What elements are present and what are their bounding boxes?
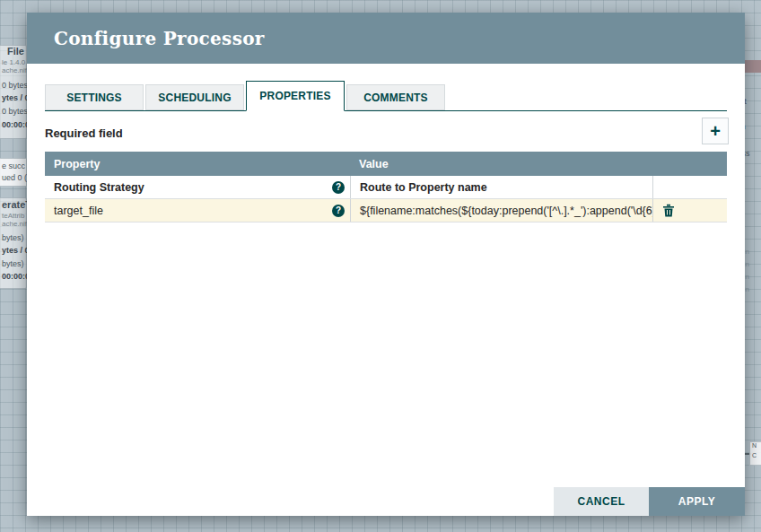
- table-row: target_file ? ${filename:matches(${today…: [45, 199, 727, 222]
- bg-canvas-fragment: bytes): [2, 233, 24, 242]
- property-name: target_file: [54, 205, 332, 217]
- bg-canvas-fragment: N: [752, 442, 757, 449]
- column-header-property: Property: [45, 158, 350, 170]
- tab-settings[interactable]: SETTINGS: [45, 84, 144, 110]
- property-value[interactable]: ${filename:matches(${today:prepend('[^\.…: [350, 199, 652, 222]
- property-name: Routing Strategy: [54, 181, 332, 194]
- column-header-value: Value: [350, 158, 652, 170]
- bg-canvas-fragment: 00:00:0: [2, 120, 30, 129]
- apply-button[interactable]: APPLY: [649, 487, 745, 516]
- properties-table: Property Value Routing Strategy ? Route …: [45, 152, 727, 222]
- property-value[interactable]: Route to Property name: [350, 176, 652, 198]
- bg-canvas-fragment: e succ: [2, 161, 25, 170]
- cancel-button[interactable]: CANCEL: [554, 487, 649, 516]
- tab-properties[interactable]: PROPERTIES: [246, 81, 345, 111]
- bg-canvas-fragment: ytes / 0: [2, 246, 30, 255]
- table-row: Routing Strategy ? Route to Property nam…: [45, 176, 727, 199]
- tab-comments[interactable]: COMMENTS: [346, 84, 445, 110]
- bg-canvas-fragment: File: [7, 46, 24, 57]
- bg-canvas-fragment: C: [752, 452, 757, 458]
- dialog-title: Configure Processor: [54, 28, 265, 49]
- bg-canvas-fragment: ache.nifi: [2, 220, 29, 228]
- plus-icon: +: [710, 122, 721, 140]
- help-icon[interactable]: ?: [332, 181, 345, 194]
- help-icon[interactable]: ?: [332, 205, 345, 217]
- delete-icon[interactable]: [662, 204, 675, 217]
- bg-canvas-fragment: ued 0 (: [2, 173, 27, 182]
- row-actions-cell: [652, 176, 727, 198]
- add-property-button[interactable]: +: [702, 118, 729, 144]
- tab-bar: SETTINGS SCHEDULING PROPERTIES COMMENTS: [45, 81, 727, 111]
- required-field-label: Required field: [45, 126, 123, 140]
- bg-canvas-fragment: 00:00:0: [2, 272, 30, 281]
- dialog-header: Configure Processor: [27, 13, 745, 64]
- bg-canvas-fragment: bytes): [2, 259, 24, 268]
- bg-canvas-fragment: teAttrib: [2, 212, 24, 220]
- bg-canvas-fragment: ache.nifi: [2, 66, 29, 74]
- tab-scheduling[interactable]: SCHEDULING: [145, 84, 244, 110]
- bg-canvas-fragment: ytes / 0: [2, 93, 30, 102]
- configure-processor-dialog: Configure Processor SETTINGS SCHEDULING …: [27, 13, 745, 516]
- table-header-row: Property Value: [45, 152, 727, 176]
- row-actions-cell: [652, 199, 727, 222]
- bg-canvas-fragment: le 1.4.0: [2, 58, 25, 66]
